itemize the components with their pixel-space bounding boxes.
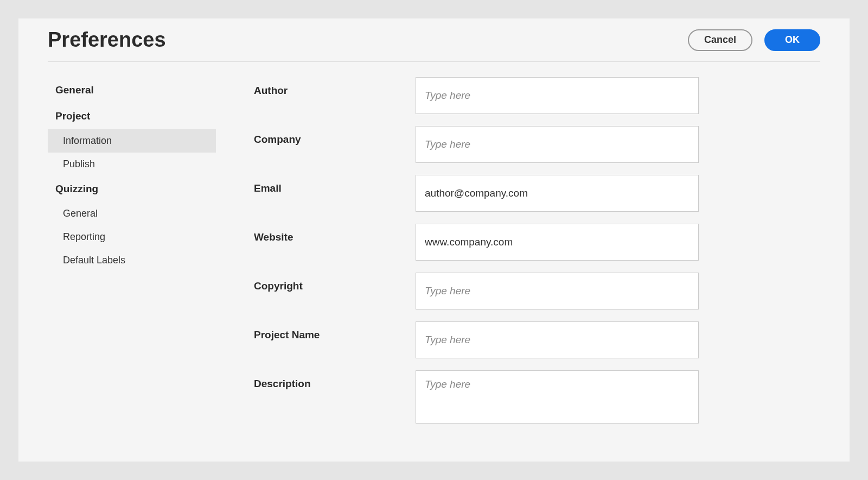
form-row-copyright: Copyright — [254, 273, 699, 310]
sidebar-section-general[interactable]: General — [48, 77, 216, 103]
project-name-field[interactable] — [416, 321, 699, 358]
copyright-field[interactable] — [416, 273, 699, 310]
dialog-header: Preferences Cancel OK — [48, 28, 820, 62]
description-label: Description — [254, 370, 416, 390]
form-row-project-name: Project Name — [254, 321, 699, 358]
company-label: Company — [254, 126, 416, 146]
description-field[interactable] — [416, 370, 699, 424]
email-field[interactable] — [416, 175, 699, 212]
form-row-description: Description — [254, 370, 699, 424]
form: Author Company Email Website Copyright P — [254, 77, 699, 435]
website-label: Website — [254, 224, 416, 243]
sidebar: General Project Information Publish Quiz… — [48, 77, 216, 435]
dialog-content: General Project Information Publish Quiz… — [48, 62, 820, 435]
sidebar-item-information[interactable]: Information — [48, 129, 216, 153]
form-row-website: Website — [254, 224, 699, 261]
project-name-label: Project Name — [254, 321, 416, 341]
sidebar-item-default-labels[interactable]: Default Labels — [48, 249, 216, 272]
form-row-author: Author — [254, 77, 699, 114]
cancel-button[interactable]: Cancel — [688, 29, 752, 51]
author-field[interactable] — [416, 77, 699, 114]
form-row-company: Company — [254, 126, 699, 163]
sidebar-item-publish[interactable]: Publish — [48, 153, 216, 176]
author-label: Author — [254, 77, 416, 97]
dialog-buttons: Cancel OK — [688, 29, 820, 51]
website-field[interactable] — [416, 224, 699, 261]
sidebar-section-quizzing[interactable]: Quizzing — [48, 176, 216, 202]
sidebar-item-reporting[interactable]: Reporting — [48, 225, 216, 249]
ok-button[interactable]: OK — [764, 29, 820, 51]
copyright-label: Copyright — [254, 273, 416, 292]
preferences-dialog: Preferences Cancel OK General Project In… — [18, 18, 850, 462]
sidebar-item-quizzing-general[interactable]: General — [48, 202, 216, 225]
company-field[interactable] — [416, 126, 699, 163]
email-label: Email — [254, 175, 416, 194]
form-row-email: Email — [254, 175, 699, 212]
sidebar-section-project[interactable]: Project — [48, 103, 216, 129]
dialog-title: Preferences — [48, 28, 166, 52]
